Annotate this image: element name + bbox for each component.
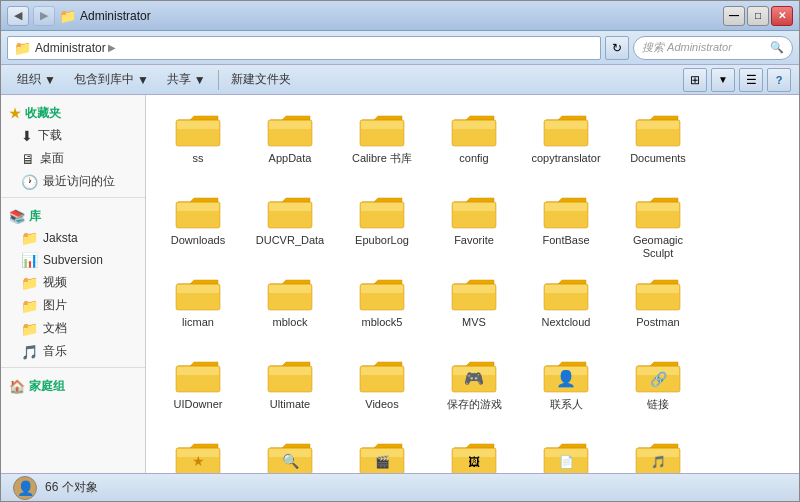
file-item[interactable]: config bbox=[430, 103, 518, 181]
file-item[interactable]: Ultimate bbox=[246, 349, 334, 427]
file-item[interactable]: ss bbox=[154, 103, 242, 181]
file-item[interactable]: DUCVR_Data bbox=[246, 185, 334, 263]
toolbar-right: ⊞ ▼ ☰ ? bbox=[683, 68, 791, 92]
back-button[interactable]: ◀ bbox=[7, 6, 29, 26]
sidebar-item-pictures[interactable]: 📁 图片 bbox=[1, 294, 145, 317]
folder-icon bbox=[174, 356, 222, 396]
file-item[interactable]: mblock5 bbox=[338, 267, 426, 345]
svg-text:🎬: 🎬 bbox=[375, 454, 390, 469]
file-label: Nextcloud bbox=[542, 316, 591, 329]
title-bar-left: ◀ ▶ 📁 Administrator bbox=[7, 6, 151, 26]
refresh-button[interactable]: ↻ bbox=[605, 36, 629, 60]
file-item[interactable]: AppData bbox=[246, 103, 334, 181]
file-label: mblock bbox=[273, 316, 308, 329]
svg-rect-13 bbox=[177, 203, 219, 211]
file-item[interactable]: Calibre 书库 bbox=[338, 103, 426, 181]
file-item[interactable]: Videos bbox=[338, 349, 426, 427]
maximize-button[interactable]: □ bbox=[747, 6, 769, 26]
file-item[interactable]: EpuborLog bbox=[338, 185, 426, 263]
videos-icon: 📁 bbox=[21, 275, 38, 291]
file-item[interactable]: 🎬 我的视频 bbox=[338, 431, 426, 473]
file-item[interactable]: Nextcloud bbox=[522, 267, 610, 345]
file-item[interactable]: 🖼 我的图片 bbox=[430, 431, 518, 473]
search-box: 搜索 Administrator 🔍 bbox=[633, 36, 793, 60]
recent-icon: 🕐 bbox=[21, 174, 38, 190]
file-item[interactable]: Geomagic Sculpt bbox=[614, 185, 702, 263]
svg-rect-17 bbox=[361, 203, 403, 211]
file-label: AppData bbox=[269, 152, 312, 165]
file-item[interactable]: 🎵 我的音乐 bbox=[614, 431, 702, 473]
file-item[interactable]: UIDowner bbox=[154, 349, 242, 427]
close-button[interactable]: ✕ bbox=[771, 6, 793, 26]
search-icon[interactable]: 🔍 bbox=[770, 41, 784, 54]
toolbar: 组织 ▼ 包含到库中 ▼ 共享 ▼ 新建文件夹 ⊞ ▼ ☰ ? bbox=[1, 65, 799, 95]
folder-icon bbox=[450, 192, 498, 232]
file-item[interactable]: copytranslator bbox=[522, 103, 610, 181]
sidebar-item-jaksta[interactable]: 📁 Jaksta bbox=[1, 227, 145, 249]
forward-button[interactable]: ▶ bbox=[33, 6, 55, 26]
svg-text:📄: 📄 bbox=[559, 454, 574, 469]
file-item[interactable]: mblock bbox=[246, 267, 334, 345]
file-item[interactable]: 🔗 链接 bbox=[614, 349, 702, 427]
file-item[interactable]: Documents bbox=[614, 103, 702, 181]
window-title: Administrator bbox=[80, 9, 151, 23]
sidebar-library-title[interactable]: 📚 库 bbox=[1, 202, 145, 227]
file-label: Calibre 书库 bbox=[352, 152, 412, 165]
sidebar-homegroup-title[interactable]: 🏠 家庭组 bbox=[1, 372, 145, 397]
folder-icon bbox=[358, 274, 406, 314]
file-item[interactable]: 👤 联系人 bbox=[522, 349, 610, 427]
new-folder-button[interactable]: 新建文件夹 bbox=[223, 68, 299, 92]
folder-icon: 🎵 bbox=[634, 438, 682, 473]
folder-icon bbox=[266, 274, 314, 314]
sidebar-item-download[interactable]: ⬇ 下载 bbox=[1, 124, 145, 147]
file-item[interactable]: Downloads bbox=[154, 185, 242, 263]
file-item[interactable]: licman bbox=[154, 267, 242, 345]
svg-rect-3 bbox=[269, 121, 311, 129]
file-item[interactable]: 📄 我的文档 bbox=[522, 431, 610, 473]
address-field[interactable]: 📁 Administrator ▶ bbox=[7, 36, 601, 60]
folder-icon bbox=[358, 192, 406, 232]
svg-rect-29 bbox=[361, 285, 403, 293]
library-icon: 📚 bbox=[9, 209, 25, 224]
sidebar-item-videos[interactable]: 📁 视频 bbox=[1, 271, 145, 294]
folder-icon bbox=[450, 110, 498, 150]
view-toggle-button[interactable]: ▼ bbox=[711, 68, 735, 92]
svg-rect-23 bbox=[637, 203, 679, 211]
library-button[interactable]: 包含到库中 ▼ bbox=[66, 68, 157, 92]
view-options-button[interactable]: ⊞ bbox=[683, 68, 707, 92]
svg-text:★: ★ bbox=[192, 453, 205, 469]
folder-icon bbox=[634, 192, 682, 232]
svg-rect-31 bbox=[453, 285, 495, 293]
file-item[interactable]: MVS bbox=[430, 267, 518, 345]
file-label: 联系人 bbox=[550, 398, 583, 411]
organize-button[interactable]: 组织 ▼ bbox=[9, 68, 64, 92]
file-item[interactable]: Favorite bbox=[430, 185, 518, 263]
file-label: Ultimate bbox=[270, 398, 310, 411]
sidebar-item-recent[interactable]: 🕐 最近访问的位 bbox=[1, 170, 145, 193]
sidebar-item-subversion[interactable]: 📊 Subversion bbox=[1, 249, 145, 271]
help-button[interactable]: ? bbox=[767, 68, 791, 92]
file-item[interactable]: ★ 收藏夹 bbox=[154, 431, 242, 473]
folder-icon bbox=[542, 110, 590, 150]
sidebar-favorites-title[interactable]: ★ 收藏夹 bbox=[1, 99, 145, 124]
file-label: copytranslator bbox=[531, 152, 600, 165]
file-item[interactable]: FontBase bbox=[522, 185, 610, 263]
sidebar-item-music[interactable]: 🎵 音乐 bbox=[1, 340, 145, 363]
folder-icon bbox=[450, 274, 498, 314]
file-item[interactable]: Postman bbox=[614, 267, 702, 345]
details-button[interactable]: ☰ bbox=[739, 68, 763, 92]
file-label: 链接 bbox=[647, 398, 669, 411]
minimize-button[interactable]: — bbox=[723, 6, 745, 26]
file-item[interactable]: 🎮 保存的游戏 bbox=[430, 349, 518, 427]
file-item[interactable]: 🔍 搜索 bbox=[246, 431, 334, 473]
file-label: Videos bbox=[365, 398, 398, 411]
sidebar-item-desktop[interactable]: 🖥 桌面 bbox=[1, 147, 145, 170]
sidebar-item-documents[interactable]: 📁 文档 bbox=[1, 317, 145, 340]
folder-icon bbox=[358, 356, 406, 396]
main-area: ★ 收藏夹 ⬇ 下载 🖥 桌面 🕐 最近访问的位 📚 库 📁 bbox=[1, 95, 799, 473]
share-button[interactable]: 共享 ▼ bbox=[159, 68, 214, 92]
svg-text:🎵: 🎵 bbox=[651, 454, 666, 469]
folder-icon bbox=[634, 274, 682, 314]
search-placeholder[interactable]: 搜索 Administrator bbox=[642, 40, 766, 55]
svg-rect-19 bbox=[453, 203, 495, 211]
